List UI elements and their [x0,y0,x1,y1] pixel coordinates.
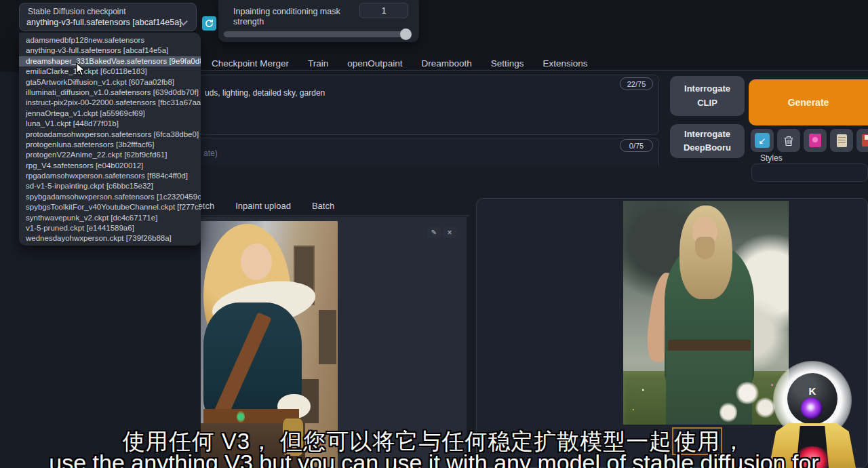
output-image[interactable] [623,201,789,425]
checkpoint-option[interactable]: rpg_V4.safetensors [e04b020012] [19,161,201,171]
checkpoint-option[interactable]: spybgadamsohwxperson.safetensors [1c2320… [19,192,201,202]
refresh-icon [205,19,214,28]
checkpoint-value: anything-v3-full.safetensors [abcaf14e5a… [26,18,182,27]
checkpoint-option[interactable]: gta5ArtworkDiffusion_v1.ckpt [607aa02fb8… [19,77,201,87]
mask-strength-value[interactable]: 1 [359,3,408,18]
checkpoint-option[interactable]: adamsmedbfp128new.safetensors [19,35,201,45]
extra-networks-icon [809,134,821,147]
styles-label: Styles [760,153,783,163]
prompt-text: uds, lighting, detailed sky, garden [205,88,325,98]
paste-params-icon: ↙ [755,133,770,148]
remove-image-button[interactable]: × [443,227,456,238]
nav-tab[interactable]: Settings [481,54,534,73]
checkpoint-option[interactable]: rpgadamsohwxperson.safetensors [f884c4ff… [19,171,201,181]
generate-button[interactable]: Generate [749,79,868,125]
subtitle-english: use the anything V3 but you can use it w… [0,450,868,468]
checkpoint-option[interactable]: protoadamsohwxperson.safetensors [6fca38… [19,130,201,140]
clear-prompt-button[interactable] [777,129,800,152]
image-detail [319,310,336,364]
checkpoint-option[interactable]: protogenV22Anime_22.ckpt [62bf9cfd61] [19,150,201,160]
checkpoint-option[interactable]: protogenluna.safetensors [3b2fffacf6] [19,140,201,150]
save-style-icon [862,134,868,147]
avatar-eye [801,397,823,419]
img2img-tab[interactable]: Inpaint upload [235,198,291,214]
nav-tab[interactable]: Extensions [533,54,597,73]
apply-styles-button[interactable] [830,129,853,152]
nav-tab[interactable]: openOutpaint [338,54,412,73]
apply-styles-icon [837,134,847,147]
image-detail [668,340,751,351]
refresh-checkpoints-button[interactable] [202,16,216,31]
image-detail [719,402,738,423]
clear-prompt-icon [783,135,794,147]
img2img-tab[interactable]: Batch [312,198,334,214]
checkpoint-option[interactable]: emiliaClarke_10.ckpt [6c0118e183] [19,66,201,77]
negative-prompt-placeholder: ate) [203,149,218,158]
img2img-tab-divider [201,215,469,216]
extra-networks-button[interactable] [804,129,827,152]
nav-tab[interactable]: Train [298,54,338,73]
image-detail [237,411,245,422]
checkpoint-option[interactable]: dreamshaper_331BakedVae.safetensors [9e9… [19,56,201,66]
checkpoint-dropdown-list: adamsmedbfp128new.safetensorsanything-v3… [19,33,201,246]
token-counter: 22/75 [620,77,653,90]
checkpoint-option[interactable]: sd-v1-5-inpainting.ckpt [c6bbc15e32] [19,181,201,191]
app-window: Inpainting conditioning mask strength 1 … [0,0,868,468]
edit-image-button[interactable]: ✎ [427,227,441,238]
checkpoint-option[interactable]: jennaOrtega_v1.ckpt [a55969cf69] [19,109,201,119]
nav-tabs: Checkpoint MergerTrainopenOutpaintDreamb… [202,54,597,73]
checkpoint-option[interactable]: luna_V1.ckpt [448d77f01b] [19,119,201,129]
save-style-button[interactable] [856,129,868,152]
image-detail [241,243,272,281]
checkpoint-option[interactable]: synthwavepunk_v2.ckpt [dc4c67171e] [19,213,201,223]
styles-dropdown[interactable] [751,163,868,182]
negative-token-counter: 0/75 [620,139,653,152]
checkpoint-option[interactable]: wednesdayohwxperson.ckpt [739f26b88a] [19,233,201,243]
checkpoint-option[interactable]: instruct-pix2pix-00-22000.safetensors [f… [19,98,201,108]
image-detail [695,237,715,259]
avatar-letter: K [765,385,860,397]
interrogate-deepbooru-button[interactable]: Interrogate DeepBooru [670,124,745,158]
paste-params-button[interactable]: ↙ [751,129,774,152]
checkpoint-option[interactable]: v1-5-pruned.ckpt [e1441589a6] [19,223,201,233]
nav-tab[interactable]: Checkpoint Merger [202,54,298,73]
negative-prompt-textarea[interactable] [198,138,659,166]
prompt-textarea[interactable] [198,75,659,135]
checkpoint-label: Stable Diffusion checkpoint [28,7,126,16]
mouse-cursor [76,62,86,77]
slider-handle[interactable] [400,28,412,40]
mask-strength-slider[interactable] [224,31,411,37]
interrogate-clip-button[interactable]: Interrogate CLIP [670,76,745,116]
checkpoint-option[interactable]: illuminati_diffusion_v1.0.safetensors [6… [19,87,201,98]
mask-strength-label: Inpainting conditioning mask strength [233,7,340,27]
nav-tab[interactable]: Dreambooth [412,54,481,73]
checkpoint-selector[interactable]: Stable Diffusion checkpoint anything-v3-… [19,3,197,31]
checkpoint-option[interactable]: spybgsToolkitFor_v40YoutubeChannel.ckpt … [19,202,201,212]
checkpoint-option[interactable]: anything-v3-full.safetensors [abcaf14e5a… [19,45,201,56]
